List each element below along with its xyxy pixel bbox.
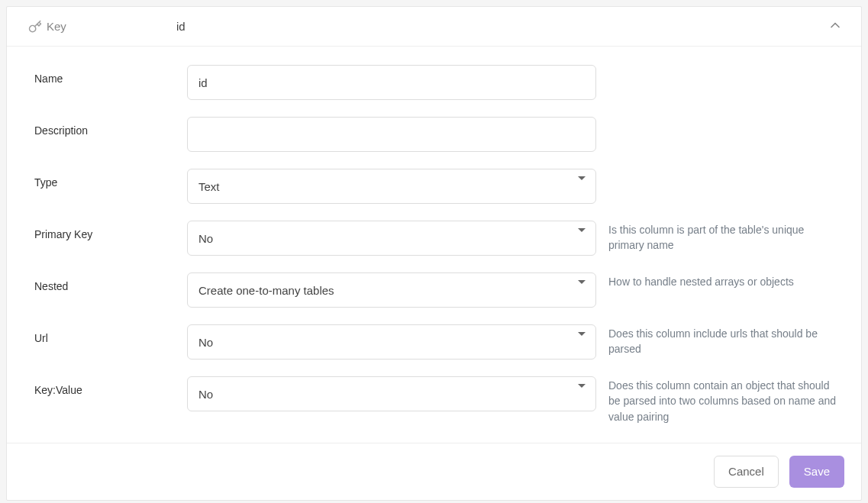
label-key-value: Key:Value [34, 376, 187, 396]
row-nested: Nested Create one-to-many tables How to … [34, 272, 840, 308]
label-nested: Nested [34, 272, 187, 292]
help-primary-key: Is this column is part of the table's un… [596, 221, 840, 253]
cancel-button[interactable]: Cancel [714, 456, 779, 488]
row-url: Url No Does this column include urls tha… [34, 324, 840, 360]
type-select[interactable]: Text [187, 169, 596, 204]
type-select-value: Text [198, 180, 220, 193]
panel-header[interactable]: Key id [7, 7, 861, 47]
key-icon [28, 20, 47, 34]
key-value-select-value: No [198, 388, 213, 401]
url-select[interactable]: No [187, 324, 596, 360]
panel-body: Name Description Type Text [7, 47, 861, 443]
label-url: Url [34, 324, 187, 344]
primary-key-select[interactable]: No [187, 221, 596, 256]
help-nested: How to handle nested arrays or objects [596, 272, 840, 289]
name-input[interactable] [187, 65, 596, 100]
header-label: Key [47, 20, 176, 33]
row-description: Description [34, 117, 840, 152]
row-name: Name [34, 65, 840, 100]
row-primary-key: Primary Key No Is this column is part of… [34, 221, 840, 256]
key-value-select[interactable]: No [187, 376, 596, 411]
row-key-value: Key:Value No Does this column contain an… [34, 376, 840, 424]
label-type: Type [34, 169, 187, 189]
label-name: Name [34, 65, 187, 85]
description-input[interactable] [187, 117, 596, 152]
label-primary-key: Primary Key [34, 221, 187, 240]
nested-select[interactable]: Create one-to-many tables [187, 272, 596, 308]
column-editor-panel: Key id Name Description Type [6, 6, 862, 501]
primary-key-select-value: No [198, 232, 213, 245]
save-button[interactable]: Save [789, 456, 844, 488]
header-value: id [176, 20, 828, 33]
help-key-value: Does this column contain an object that … [596, 376, 840, 424]
url-select-value: No [198, 336, 213, 349]
label-description: Description [34, 117, 187, 137]
row-type: Type Text [34, 169, 840, 204]
chevron-up-icon [828, 18, 843, 35]
nested-select-value: Create one-to-many tables [198, 284, 334, 297]
panel-footer: Cancel Save [7, 443, 861, 500]
help-url: Does this column include urls that shoul… [596, 324, 840, 357]
